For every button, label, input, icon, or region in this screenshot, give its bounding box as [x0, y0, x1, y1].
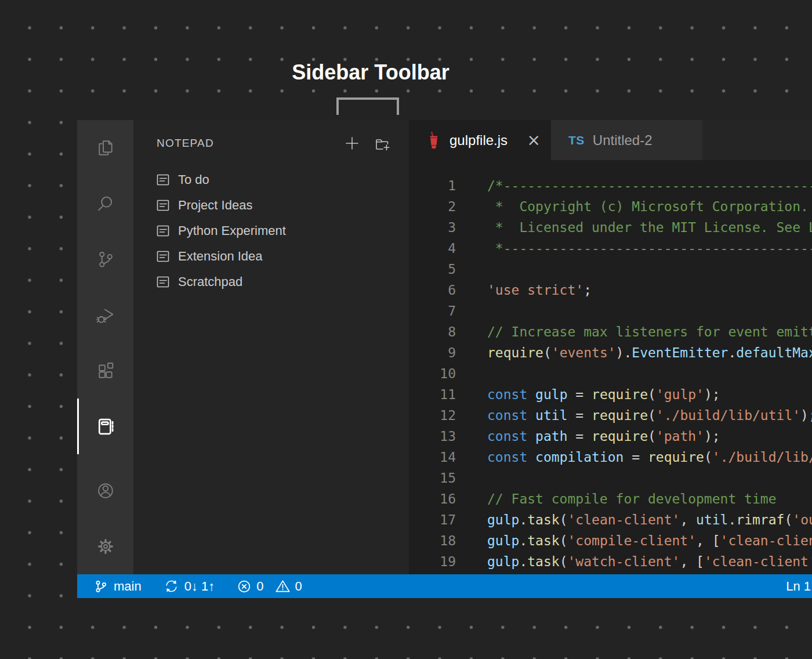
gulp-icon: [426, 131, 441, 150]
new-note-button[interactable]: [343, 134, 361, 153]
line-number: 2: [409, 196, 456, 217]
sidebar-title: NOTEPAD: [157, 137, 214, 150]
screenshot-canvas: Sidebar Toolbar NOTEPAD To doProject Ide…: [0, 0, 812, 659]
code-text: const gulp = require('gulp');: [487, 384, 720, 405]
code-text: * Licensed under the MIT License. See Li…: [487, 217, 812, 238]
note-item[interactable]: Scratchpad: [133, 269, 409, 295]
code-text: require('events').EventEmitter.defaultMa…: [487, 342, 812, 363]
activity-bar-item-explorer[interactable]: [77, 120, 133, 176]
activity-bar-item-extensions[interactable]: [77, 343, 133, 399]
code-line: 18gulp.task('compile-client', ['clean-cl…: [409, 530, 812, 551]
annotation-title: Sidebar Toolbar: [292, 60, 449, 85]
account-icon: [95, 480, 116, 501]
activity-bar-item-run-debug[interactable]: [77, 287, 133, 343]
sync-status[interactable]: 0↓ 1↑: [164, 578, 215, 594]
line-number: 6: [409, 280, 456, 300]
tab-label: gulpfile.js: [449, 132, 507, 149]
code-text: // Increase max listeners for event emit…: [487, 321, 812, 342]
line-number: 12: [409, 405, 456, 426]
search-icon: [95, 193, 116, 214]
debug-icon: [95, 305, 116, 325]
code-line: 10: [409, 363, 812, 384]
note-label: To do: [178, 172, 209, 187]
new-folder-button[interactable]: [373, 134, 392, 153]
code-line: 4 *-------------------------------------…: [409, 238, 812, 259]
line-number: 9: [409, 342, 456, 363]
code-line: 3 * Licensed under the MIT License. See …: [409, 217, 812, 238]
close-icon[interactable]: ×: [527, 132, 541, 149]
code-text: const util = require('./build/lib/util')…: [487, 405, 812, 426]
line-number: 18: [409, 530, 456, 551]
annotation-bracket: [336, 97, 399, 115]
note-list: To doProject IdeasPython ExperimentExten…: [133, 167, 409, 295]
line-number: 19: [409, 551, 456, 572]
branch-icon: [93, 579, 108, 594]
cursor-position[interactable]: Ln 1: [786, 579, 812, 594]
status-bar: main 0↓ 1↑ 0 0 Ln 1: [77, 574, 812, 598]
code-line: 2 * Copyright (c) Microsoft Corporation.…: [409, 196, 812, 217]
gear-icon: [95, 536, 116, 557]
code-text: *---------------------------------------…: [487, 238, 812, 259]
code-editor[interactable]: 1/*-------------------------------------…: [409, 160, 812, 572]
branch-label: main: [114, 579, 142, 594]
note-item[interactable]: Project Ideas: [133, 193, 409, 218]
code-text: 'use strict';: [487, 280, 592, 300]
note-icon: [155, 274, 171, 289]
code-text: * Copyright (c) Microsoft Corporation. A…: [487, 196, 812, 217]
line-number: 15: [409, 468, 456, 488]
code-line: 8// Increase max listeners for event emi…: [409, 321, 812, 342]
problems-status[interactable]: 0 0: [237, 578, 302, 594]
errors-pair: 0: [237, 579, 263, 594]
activity-bar-top: [77, 120, 133, 454]
code-line: 14const compilation = require('./build/l…: [409, 447, 812, 468]
note-item[interactable]: To do: [133, 167, 409, 193]
activity-bar-item-search[interactable]: [77, 176, 133, 231]
line-number: 14: [409, 447, 456, 468]
note-label: Python Experiment: [178, 223, 286, 238]
tab-gulpfile[interactable]: gulpfile.js ×: [409, 120, 551, 160]
code-line: 13const path = require('path');: [409, 426, 812, 447]
sidebar-panel: NOTEPAD To doProject IdeasPython Experim…: [133, 120, 409, 574]
activity-bar-item-accounts[interactable]: [77, 463, 133, 519]
sidebar-toolbar: [343, 134, 392, 153]
code-text: const compilation = require('./build/lib…: [487, 447, 812, 468]
code-line: 6'use strict';: [409, 280, 812, 300]
note-item[interactable]: Extension Idea: [133, 244, 409, 269]
code-line: 17gulp.task('clean-client', util.rimraf(…: [409, 509, 812, 530]
note-icon: [155, 172, 171, 187]
code-text: gulp.task('clean-client', util.rimraf('o…: [487, 509, 812, 530]
line-number: 13: [409, 426, 456, 447]
typescript-icon: TS: [568, 133, 585, 147]
code-text: gulp.task('compile-client', ['clean-clie…: [487, 530, 812, 551]
main-row: NOTEPAD To doProject IdeasPython Experim…: [77, 120, 812, 574]
extensions-icon: [95, 360, 116, 381]
line-number: 8: [409, 321, 456, 342]
note-item[interactable]: Python Experiment: [133, 218, 409, 244]
sidebar-header: NOTEPAD: [133, 120, 409, 166]
line-number: 11: [409, 384, 456, 405]
line-number: 3: [409, 217, 456, 238]
line-number: 10: [409, 363, 456, 384]
tab-label: Untitled-2: [593, 132, 652, 149]
note-label: Project Ideas: [178, 198, 252, 213]
activity-bar-item-source-control[interactable]: [77, 231, 133, 287]
branch-status[interactable]: main: [93, 579, 142, 594]
sync-label: 0↓ 1↑: [184, 579, 215, 594]
code-text: // Fast compile for development time: [487, 488, 777, 509]
note-icon: [155, 198, 171, 213]
note-icon: [155, 223, 171, 238]
activity-bar-bottom: [77, 463, 133, 574]
tab-untitled-2[interactable]: TS Untitled-2: [551, 120, 702, 160]
line-number: 4: [409, 238, 456, 259]
note-icon: [155, 249, 171, 264]
code-line: 1/*-------------------------------------…: [409, 175, 812, 196]
editor-group: gulpfile.js × TS Untitled-2 1/*---------…: [409, 120, 812, 574]
activity-bar-item-settings[interactable]: [77, 519, 133, 574]
activity-bar-item-notepad[interactable]: [77, 399, 133, 454]
code-line: 16// Fast compile for development time: [409, 488, 812, 509]
code-line: 7: [409, 300, 812, 321]
code-text: gulp.task('watch-client', ['clean-client…: [487, 551, 812, 572]
vscode-window: NOTEPAD To doProject IdeasPython Experim…: [77, 120, 812, 598]
code-line: 19gulp.task('watch-client', ['clean-clie…: [409, 551, 812, 572]
line-number: 1: [409, 175, 456, 196]
